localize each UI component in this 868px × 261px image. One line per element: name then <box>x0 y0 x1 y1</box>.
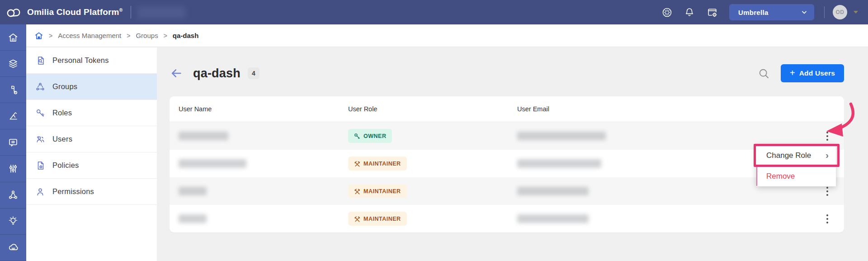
member-count-badge: 4 <box>248 67 259 79</box>
role-label: MAINTAINER <box>363 188 401 195</box>
person-icon <box>35 187 45 197</box>
redacted-user-email <box>517 187 589 195</box>
brand-title: Omilia Cloud Platform® <box>27 7 123 17</box>
token-document-icon <box>35 56 45 66</box>
remove-label: Remove <box>766 172 795 181</box>
redacted-user-name <box>179 132 228 140</box>
add-users-label: Add Users <box>799 69 835 77</box>
column-header-user-role: User Role <box>348 105 517 113</box>
sidebar-item-personal-tokens[interactable]: Personal Tokens <box>26 47 157 74</box>
home-icon[interactable] <box>0 24 26 51</box>
role-badge-owner: OWNER <box>348 129 392 143</box>
table-row: OWNER <box>170 122 844 150</box>
table-header-row: User Name User Role User Email <box>170 96 844 122</box>
insights-icon[interactable] <box>0 209 26 235</box>
sidebar-item-label: Permissions <box>52 187 94 196</box>
cloud-menu-icon[interactable] <box>0 235 26 261</box>
user-avatar[interactable]: OD <box>833 5 847 19</box>
breadcrumb-item-access-management[interactable]: Access Management <box>58 32 121 39</box>
sidebar-item-label: Policies <box>52 161 79 170</box>
primary-icon-rail <box>0 24 26 261</box>
row-actions-kebab-icon[interactable] <box>824 212 831 226</box>
avatar-caret-down-icon[interactable] <box>854 11 858 14</box>
role-label: OWNER <box>363 133 386 139</box>
page-title: qa-dash <box>193 66 241 81</box>
breadcrumb-item-groups[interactable]: Groups <box>136 32 158 39</box>
back-arrow-icon[interactable] <box>170 66 183 80</box>
bell-icon[interactable] <box>680 3 698 21</box>
topbar-divider <box>131 6 131 19</box>
support-icon[interactable] <box>658 3 676 21</box>
sidebar-item-label: Personal Tokens <box>52 56 109 65</box>
sliders-icon[interactable] <box>0 156 26 182</box>
redacted-user-email <box>517 132 606 140</box>
role-badge-maintainer: MAINTAINER <box>348 184 407 198</box>
column-header-user-name: User Name <box>170 105 348 113</box>
sidebar-item-groups[interactable]: Groups <box>26 74 157 100</box>
key-icon <box>354 133 360 139</box>
sidebar-item-label: Roles <box>52 109 72 117</box>
annotation-arrow <box>822 102 857 138</box>
breadcrumb-item-current: qa-dash <box>173 32 199 39</box>
search-icon[interactable] <box>756 66 772 81</box>
tools-icon <box>354 188 360 195</box>
transcript-icon[interactable] <box>0 129 26 156</box>
redacted-user-email <box>517 159 601 168</box>
access-management-sidebar: Personal Tokens Groups Roles Users <box>26 47 157 261</box>
organization-name: Umbrella <box>738 9 769 16</box>
annotation-highlight-box <box>754 144 840 167</box>
top-navbar: Omilia Cloud Platform® <box>0 0 868 24</box>
table-row: MAINTAINER <box>170 177 844 205</box>
role-badge-maintainer: MAINTAINER <box>348 212 407 226</box>
annotation-edge-line <box>756 167 757 186</box>
plus-icon: + <box>790 68 795 77</box>
network-icon[interactable] <box>0 182 26 209</box>
breadcrumb-separator: > <box>127 32 130 39</box>
role-label: MAINTAINER <box>363 161 401 167</box>
table-row: MAINTAINER <box>170 205 844 233</box>
sidebar-item-policies[interactable]: Policies <box>26 152 157 179</box>
context-menu-remove[interactable]: Remove <box>756 166 836 186</box>
layers-icon[interactable] <box>0 51 26 77</box>
users-icon <box>35 134 45 144</box>
table-row: MAINTAINER <box>170 150 844 177</box>
role-badge-maintainer: MAINTAINER <box>348 157 407 171</box>
organization-selector[interactable]: Umbrella <box>729 4 814 20</box>
policy-document-icon <box>35 161 45 171</box>
redacted-user-email <box>517 214 589 223</box>
registered-mark: ® <box>119 8 123 13</box>
topbar-actions: Umbrella OD <box>658 3 858 21</box>
breadcrumb-home-icon[interactable] <box>34 31 43 40</box>
column-header-user-email: User Email <box>517 105 810 113</box>
page-header-row: qa-dash 4 + Add Users <box>170 63 844 84</box>
sidebar-item-users[interactable]: Users <box>26 126 157 152</box>
key-icon <box>35 108 45 118</box>
redacted-user-name <box>179 159 246 168</box>
avatar-initials: OD <box>836 9 844 15</box>
sidebar-item-permissions[interactable]: Permissions <box>26 179 157 205</box>
omilia-cloud-logo-icon <box>5 5 22 19</box>
sidebar-item-roles[interactable]: Roles <box>26 100 157 126</box>
group-network-icon <box>35 82 45 92</box>
tools-icon <box>354 161 360 167</box>
omilia-cloud-platform-app: Omilia Cloud Platform® <box>0 0 868 261</box>
breadcrumb-separator: > <box>49 32 52 39</box>
group-members-table: User Name User Role User Email OWNER <box>170 96 844 233</box>
tools-icon <box>354 216 360 222</box>
role-label: MAINTAINER <box>363 216 401 222</box>
add-users-button[interactable]: + Add Users <box>781 64 844 82</box>
topbar-divider <box>824 6 825 18</box>
protractor-icon[interactable] <box>0 103 26 129</box>
breadcrumb-separator: > <box>164 32 167 39</box>
sidebar-item-label: Groups <box>52 82 77 91</box>
chevron-down-icon <box>801 9 808 16</box>
redacted-nav-item <box>137 6 185 19</box>
sidebar-item-label: Users <box>52 135 72 143</box>
redacted-user-name <box>179 214 207 223</box>
console-settings-icon[interactable] <box>703 3 721 21</box>
breadcrumb: > Access Management > Groups > qa-dash <box>26 24 868 47</box>
redacted-user-name <box>179 187 207 195</box>
handset-icon[interactable] <box>0 77 26 103</box>
